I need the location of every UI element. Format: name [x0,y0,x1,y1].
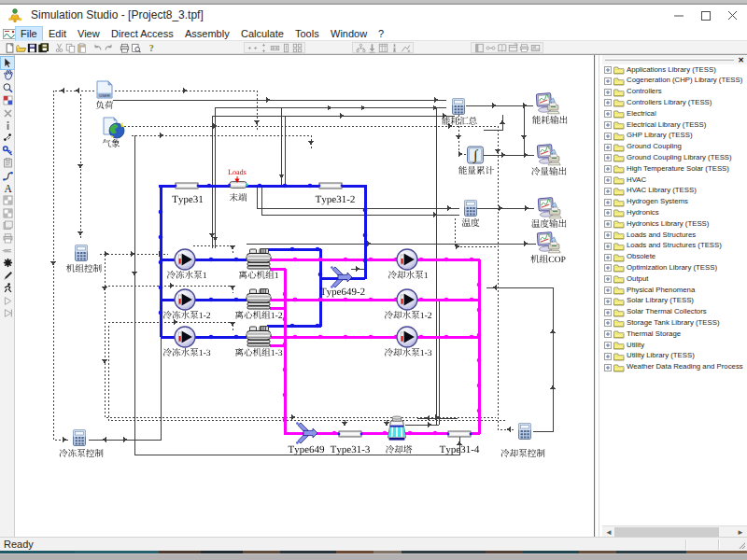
component-type31-4[interactable] [447,431,472,437]
expand-plus-icon[interactable] [604,309,612,316]
component-temp-out[interactable] [538,198,561,218]
tree-item[interactable]: Weather Data Reading and Process [602,362,747,373]
undo-icon[interactable] [92,43,103,53]
plug-icon[interactable] [1,245,14,257]
cut-icon[interactable] [54,43,64,53]
expand-plus-icon[interactable] [604,220,612,228]
paste-icon[interactable] [77,43,87,53]
tree-item[interactable]: Optimization Library (TESS) [602,262,747,273]
expand-plus-icon[interactable] [604,144,612,151]
copy-icon[interactable] [65,43,76,53]
zoom-magnifier-icon[interactable] [1,82,14,94]
tree-item[interactable]: Hydronics Library (TESS) [602,218,747,230]
tree-item[interactable]: Ground Coupling Library (TESS) [602,152,747,163]
titlebar[interactable]: Simulation Studio - [Project8_3.tpf] [0,5,747,26]
menu-file[interactable]: File [16,27,42,41]
same-height-icon[interactable] [281,43,291,53]
text-a-icon[interactable]: A [1,182,14,194]
redo-icon[interactable] [104,43,114,53]
panel-splitter[interactable] [595,55,602,538]
component-load[interactable]: USER [97,81,112,98]
link-curve-icon[interactable] [1,170,14,182]
link-mid-icon[interactable] [486,43,496,53]
same-width-icon[interactable] [270,43,280,53]
component-chiller-3[interactable] [247,327,271,346]
tree-item[interactable]: Controllers Library (TESS) [602,97,747,108]
tree-item[interactable]: Cogeneration (CHP) Library (TESS) [602,76,747,87]
tree-item[interactable]: Solar Library (TESS) [602,296,747,307]
expand-plus-icon[interactable] [604,209,612,217]
component-type31[interactable] [175,183,200,189]
tree-item[interactable]: Output [602,273,747,285]
tree-item[interactable]: Hydrogen Systems [602,197,747,208]
expand-plus-icon[interactable] [604,121,612,129]
tree-item[interactable]: Ground Coupling [602,142,747,153]
component-chw-pump-2[interactable] [175,289,195,310]
expand-plus-icon[interactable] [604,154,612,161]
panel-left-icon[interactable] [474,43,485,53]
tree-item[interactable]: Loads and Structures (TESS) [602,241,747,252]
tree-item[interactable]: Controllers [602,87,747,98]
tree-item[interactable]: Electrical [602,108,747,119]
tree-item[interactable]: Physical Phenomena [602,285,747,296]
tree-links-icon[interactable] [356,43,366,53]
tree-item[interactable]: High Temperature Solar (TESS) [602,163,747,175]
grid-a-icon[interactable] [1,194,14,206]
tree-item[interactable]: Applications Library (TESS) [602,64,747,76]
component-type31-2[interactable] [318,183,344,189]
grid-b-icon[interactable] [1,207,14,219]
open-folder-icon[interactable] [16,43,26,53]
tree-item[interactable]: HVAC Library (TESS) [602,186,747,197]
expand-plus-icon[interactable] [604,287,612,294]
project-canvas[interactable]: USER -3.2,0 [15,55,595,538]
save-icon[interactable] [27,43,37,53]
expand-plus-icon[interactable] [604,199,612,206]
menu-tools[interactable]: Tools [290,27,324,41]
component-cw-pump-1[interactable] [397,249,417,270]
menu-view[interactable]: View [73,27,105,41]
panel-close-icon[interactable]: ✕ [737,56,745,64]
save-all-icon[interactable] [38,43,49,53]
component-cwp-ctrl[interactable]: -3.2,0 [519,424,531,440]
expand-plus-icon[interactable] [604,264,612,272]
expand-plus-icon[interactable] [604,254,612,261]
pen-icon[interactable] [1,270,14,282]
tree-item[interactable]: Storage Tank Library (TESS) [602,317,747,329]
tree-item[interactable]: HVAC [602,175,747,186]
minimize-button[interactable] [666,5,693,26]
expand-plus-icon[interactable] [604,364,612,371]
help-icon[interactable]: ? [147,43,157,53]
delete-x-icon[interactable] [1,107,14,119]
tree-item[interactable]: Utility [602,340,747,351]
expand-plus-icon[interactable] [604,89,612,96]
cooling-water-pipes[interactable] [270,259,480,434]
info-icon[interactable] [1,119,14,132]
component-energy-sum[interactable]: -3.2,0 [453,99,465,115]
component-temperature[interactable]: -3.2,0 [465,201,477,217]
tree-item[interactable]: Electrical Library (TESS) [602,119,747,131]
component-cw-pump-3[interactable] [397,327,417,347]
component-terminal[interactable] [228,182,248,189]
menu-edit[interactable]: Edit [44,27,71,41]
expand-plus-icon[interactable] [604,188,612,195]
print-preview-icon[interactable] [131,43,141,53]
parameter-key-icon[interactable] [1,145,14,157]
expand-plus-icon[interactable] [604,165,612,173]
component-chw-pump-3[interactable] [175,327,195,347]
clipboard-icon[interactable] [1,157,14,169]
expand-plus-icon[interactable] [604,330,612,338]
tree-item[interactable]: Solar Thermal Collectors [602,307,747,318]
close-button[interactable] [720,5,747,26]
view-grid-icon[interactable] [1,94,14,106]
component-type31-3[interactable] [338,431,363,437]
tree-item[interactable]: Thermal Storage [602,329,747,340]
tree-item[interactable]: Obsolete [602,252,747,263]
expand-plus-icon[interactable] [604,298,612,305]
expand-plus-icon[interactable] [604,176,612,184]
download-arrow-icon[interactable] [367,43,377,53]
expand-plus-icon[interactable] [604,77,612,85]
expand-plus-icon[interactable] [604,342,612,349]
maximize-button[interactable] [693,5,720,26]
expand-plus-icon[interactable] [604,243,612,250]
panel-book-icon[interactable] [497,43,507,53]
